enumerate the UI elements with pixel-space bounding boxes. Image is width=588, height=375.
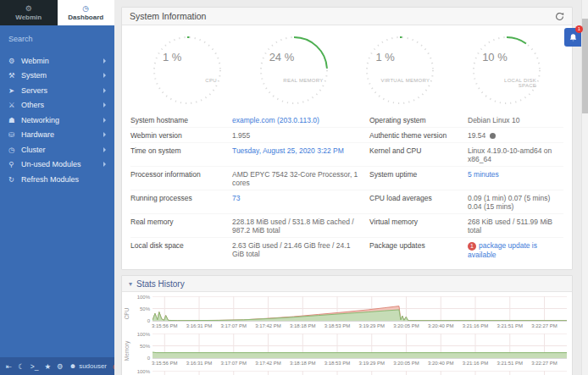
chart-svg <box>153 296 567 321</box>
stats-history-body: CPU100%50%03:15:56 PM3:16:31 PM3:17:07 P… <box>122 292 572 375</box>
sidebar-item-label: Networking <box>21 116 59 124</box>
favorites-star-icon[interactable]: ★ <box>44 362 51 371</box>
info-value-link[interactable]: Tuesday, August 25, 2020 3:22 PM <box>232 146 361 163</box>
chart-svg <box>153 334 567 358</box>
user-menu[interactable]: ☻sudouser <box>69 362 107 370</box>
sidebar-item-webmin[interactable]: ⚙Webmin <box>0 53 114 69</box>
x-tick-label: 3:16:31 PM <box>186 323 213 328</box>
info-value: 0.09 (1 min) 0.07 (5 mins) 0.04 (15 mins… <box>468 194 563 211</box>
sidebar-item-label: System <box>21 71 47 80</box>
gauge-value: 10 % <box>482 51 508 63</box>
sidebar-item-cluster[interactable]: ◷Cluster <box>0 142 114 157</box>
y-tick-label: 100% <box>137 295 150 300</box>
sidebar: ⚙ Webmin ◷ Dashboard ⚙Webmin⚒System➤Serv… <box>0 0 114 375</box>
chart-y-ticks: 100%50%0 <box>132 334 153 359</box>
stats-history-header[interactable]: ▾ Stats History <box>122 276 572 292</box>
info-label: Running processes <box>130 194 224 211</box>
x-tick-label: 3:20:05 PM <box>393 323 419 328</box>
search-input[interactable] <box>8 35 108 43</box>
sidebar-item-servers[interactable]: ➤Servers <box>0 83 114 98</box>
gauge-value: 24 % <box>269 51 295 63</box>
terminal-icon[interactable]: >_ <box>31 362 39 371</box>
plug-icon: ⚲ <box>8 160 21 168</box>
info-value-link[interactable]: 1package update is available <box>468 241 563 259</box>
chart-plot-area <box>153 334 567 359</box>
y-tick-label: 0 <box>147 318 150 323</box>
refresh-icon <box>555 12 564 21</box>
sidebar-item-others[interactable]: ⚔Others <box>0 98 114 113</box>
notification-badge: 1 <box>575 25 583 33</box>
gauge-virtual-memory: 1 %VIRTUAL MEMORY <box>363 33 437 108</box>
notifications-button[interactable]: 1 <box>564 28 581 47</box>
gauge-value: 1 % <box>375 51 394 63</box>
x-tick-label: 3:21:16 PM <box>463 361 489 366</box>
tab-webmin[interactable]: ⚙ Webmin <box>0 0 58 25</box>
info-value: 228.18 MiB used / 531.8 MiB cached / 987… <box>232 218 361 234</box>
sidebar-item-system[interactable]: ⚒System <box>0 69 114 84</box>
chevron-right-icon <box>103 147 106 152</box>
stats-history-title: Stats History <box>136 279 185 289</box>
collapse-sidebar-icon[interactable]: ⇤ <box>6 362 12 371</box>
gear-icon: ⚙ <box>8 57 21 65</box>
disk-icon: ⛁ <box>8 130 21 139</box>
table-row: Time on systemTuesday, August 25, 2020 3… <box>130 143 563 167</box>
scrollbar-track[interactable] <box>581 0 588 375</box>
night-mode-icon[interactable]: ☾ <box>18 362 25 371</box>
sidebar-item-networking[interactable]: ☗Networking <box>0 113 114 128</box>
sidebar-menu: ⚙Webmin⚒System➤Servers⚔Others☗Networking… <box>0 49 114 357</box>
chevron-right-icon <box>103 88 106 93</box>
gauges-row: 1 %CPU24 %REAL MEMORY1 %VIRTUAL MEMORY10… <box>122 25 572 109</box>
chevron-right-icon <box>103 162 106 167</box>
sidebar-item-un-used-modules[interactable]: ⚲Un-used Modules <box>0 157 114 173</box>
system-info-table: System hostnameexample.com (203.0.113.0)… <box>130 113 563 262</box>
sidebar-tabs: ⚙ Webmin ◷ Dashboard <box>0 0 114 25</box>
info-label: Webmin version <box>130 131 224 140</box>
gauge-ring <box>469 33 544 108</box>
gauge-ring <box>150 33 225 108</box>
chart-y-axis-title: Memory <box>122 334 132 368</box>
tab-dashboard[interactable]: ◷ Dashboard <box>58 0 115 25</box>
info-label: Authentic theme version <box>369 131 459 140</box>
x-tick-label: 3:21:51 PM <box>496 323 523 328</box>
x-tick-label: 3:22:27 PM <box>531 361 557 366</box>
sidebar-item-refresh-modules[interactable]: ↻Refresh Modules <box>0 172 114 187</box>
sidebar-item-hardware[interactable]: ⛁Hardware <box>0 128 114 143</box>
theme-info-icon[interactable] <box>490 133 496 139</box>
x-tick-label: 3:17:07 PM <box>220 323 247 328</box>
sidebar-item-label: Others <box>21 101 44 109</box>
info-value-link[interactable]: 5 minutes <box>468 170 563 187</box>
chart-y-ticks: 100%50%0 <box>132 296 153 322</box>
gauge-label: REAL MEMORY <box>275 78 324 83</box>
sidebar-item-label: Servers <box>21 86 47 95</box>
info-label: Processor information <box>130 170 224 187</box>
config-gears-icon[interactable]: ⚙ <box>57 362 64 371</box>
info-value-link[interactable]: example.com (203.0.113.0) <box>232 116 361 124</box>
sidebar-item-label: Refresh Modules <box>21 175 79 184</box>
x-tick-label: 3:18:53 PM <box>325 323 351 328</box>
info-value: 19.54 <box>468 131 563 140</box>
chevron-right-icon <box>103 132 106 137</box>
refresh-button[interactable] <box>555 12 564 21</box>
info-label: System uptime <box>369 170 459 187</box>
table-row: Local disk space2.63 GiB used / 21.46 Gi… <box>130 238 563 262</box>
info-label: Real memory <box>130 218 224 234</box>
chart-x-labels: 3:15:56 PM3:16:31 PM3:17:07 PM3:17:42 PM… <box>153 359 567 368</box>
chevron-right-icon <box>103 73 106 78</box>
gauge-real-memory: 24 %REAL MEMORY <box>257 33 331 108</box>
panel-header: System Information <box>122 8 572 25</box>
gauge-label: VIRTUAL MEMORY <box>380 78 430 83</box>
chart-y-axis-title: CPU <box>122 296 132 331</box>
gauge-ring <box>363 33 437 108</box>
x-tick-label: 3:17:07 PM <box>220 361 247 366</box>
info-value-link[interactable]: 73 <box>232 194 361 211</box>
x-tick-label: 3:16:31 PM <box>186 361 213 366</box>
dashboard-gauge-icon: ◷ <box>82 5 89 13</box>
shield-icon: ☗ <box>8 116 21 124</box>
gauge-label: LOCAL DISK SPACE <box>487 78 536 88</box>
chart-swap: Swap100%50%03:15:56 PM3:16:31 PM3:17:07 … <box>122 371 567 375</box>
username-label: sudouser <box>79 362 107 370</box>
table-row: Running processes73CPU load averages0.09… <box>130 190 563 214</box>
package-update-badge: 1 <box>468 242 476 251</box>
scrollbar-thumb[interactable] <box>582 19 588 113</box>
tab-dashboard-label: Dashboard <box>68 14 103 21</box>
